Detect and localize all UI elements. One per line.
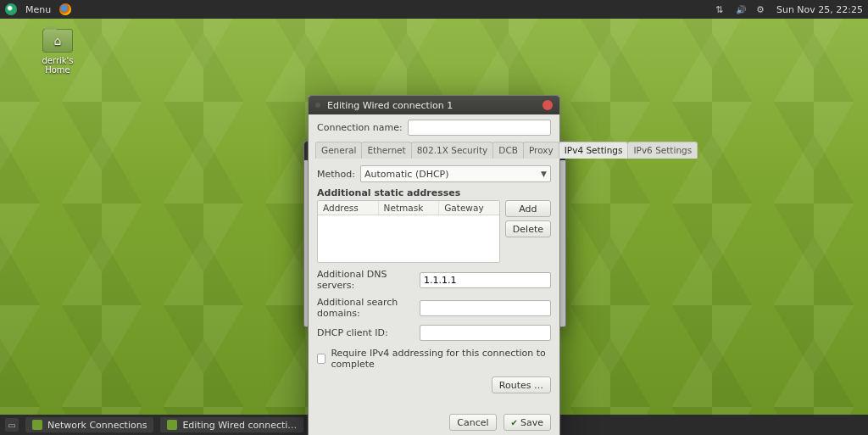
settings-tray-icon[interactable] (756, 4, 766, 14)
top-panel: Menu Sun Nov 25, 22:25 (0, 0, 868, 19)
menu-button[interactable]: Menu (25, 4, 51, 15)
check-icon (511, 417, 520, 428)
taskbar-item-network-connections[interactable]: Network Connections (25, 417, 153, 432)
tab-ethernet[interactable]: Ethernet (361, 142, 411, 159)
app-icon (32, 420, 42, 430)
dns-servers-input[interactable] (420, 272, 551, 288)
column-gateway[interactable]: Gateway (439, 201, 499, 215)
taskbar-item-label: Network Connections (47, 420, 147, 431)
column-netmask[interactable]: Netmask (379, 201, 440, 215)
additional-addresses-title: Additional static addresses (317, 187, 551, 198)
delete-button[interactable]: Delete (505, 220, 551, 237)
dialog-title: Editing Wired connection 1 (327, 100, 542, 111)
show-desktop-button[interactable] (5, 418, 19, 432)
routes-button[interactable]: Routes … (492, 376, 551, 393)
save-button[interactable]: Save (504, 414, 551, 431)
volume-tray-icon[interactable] (736, 4, 746, 14)
tab-8021x-security[interactable]: 802.1X Security (411, 142, 494, 159)
tab-ipv4-settings[interactable]: IPv4 Settings (559, 142, 629, 159)
tab-proxy[interactable]: Proxy (523, 142, 559, 159)
taskbar-item-label: Editing Wired connecti… (182, 420, 297, 431)
connection-name-label: Connection name: (317, 122, 403, 133)
tab-general[interactable]: General (315, 142, 362, 159)
taskbar-item-editing-connection[interactable]: Editing Wired connecti… (160, 417, 303, 432)
home-folder-label: derrik's Home (31, 56, 85, 75)
window-menu-icon[interactable] (315, 103, 320, 108)
dhcp-client-id-input[interactable] (420, 325, 551, 341)
dhcp-client-id-label: DHCP client ID: (317, 327, 415, 338)
distro-logo-icon[interactable] (5, 3, 17, 15)
tab-dcb[interactable]: DCB (492, 142, 524, 159)
addresses-table[interactable]: Address Netmask Gateway (317, 200, 500, 263)
firefox-launcher-icon[interactable] (59, 3, 71, 15)
column-address[interactable]: Address (318, 201, 379, 215)
folder-icon (42, 29, 73, 53)
dns-servers-label: Additional DNS servers: (317, 269, 415, 291)
cancel-button[interactable]: Cancel (449, 414, 496, 431)
app-icon (167, 420, 177, 430)
connection-name-input[interactable] (408, 120, 551, 136)
chevron-down-icon: ▼ (541, 170, 547, 178)
method-label: Method: (317, 169, 355, 180)
network-tray-icon[interactable] (715, 4, 726, 14)
require-ipv4-checkbox[interactable] (317, 354, 326, 364)
close-icon[interactable] (542, 100, 553, 110)
clock[interactable]: Sun Nov 25, 22:25 (776, 4, 863, 15)
search-domains-input[interactable] (420, 300, 551, 316)
require-ipv4-label: Require IPv4 addressing for this connect… (331, 348, 551, 370)
dialog-titlebar[interactable]: Editing Wired connection 1 (309, 96, 559, 114)
method-combobox[interactable]: Automatic (DHCP) ▼ (360, 165, 551, 182)
tab-ipv6-settings[interactable]: IPv6 Settings (627, 142, 698, 159)
edit-connection-dialog: Editing Wired connection 1 Connection na… (308, 95, 560, 435)
method-value: Automatic (DHCP) (364, 169, 449, 180)
home-folder-desktop-icon[interactable]: derrik's Home (31, 29, 85, 75)
add-button[interactable]: Add (505, 200, 551, 217)
search-domains-label: Additional search domains: (317, 297, 415, 319)
tab-bar: General Ethernet 802.1X Security DCB Pro… (315, 141, 553, 159)
